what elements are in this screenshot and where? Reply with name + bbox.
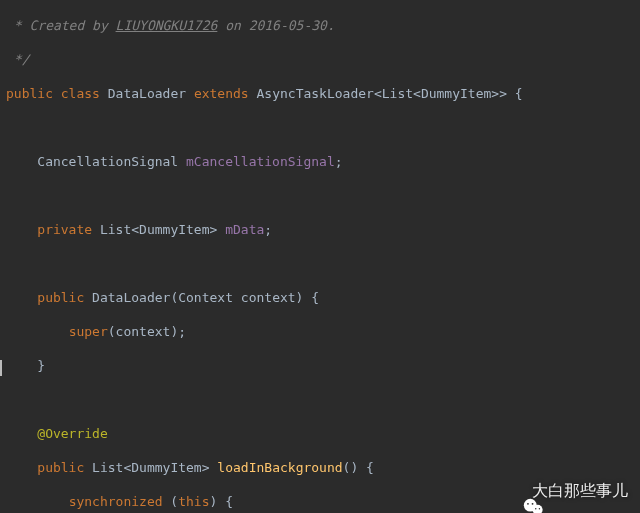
code-line: * Created by LIUYONGKU1726 on 2016-05-30… bbox=[4, 17, 640, 34]
code-line bbox=[4, 391, 640, 408]
code-editor[interactable]: * Created by LIUYONGKU1726 on 2016-05-30… bbox=[0, 0, 640, 513]
code-line bbox=[4, 119, 640, 136]
code-line: public DataLoader(Context context) { bbox=[4, 289, 640, 306]
comment-author: LIUYONGKU1726 bbox=[116, 18, 218, 33]
comment-close: */ bbox=[6, 52, 29, 67]
code-line: private List<DummyItem> mData; bbox=[4, 221, 640, 238]
code-line: super(context); bbox=[4, 323, 640, 340]
comment-text: * Created by bbox=[6, 18, 116, 33]
code-line: } bbox=[4, 357, 640, 374]
code-line bbox=[4, 255, 640, 272]
comment-date: on 2016-05-30. bbox=[217, 18, 334, 33]
code-line: synchronized (this) { bbox=[4, 493, 640, 510]
code-line bbox=[4, 187, 640, 204]
code-line: @Override bbox=[4, 425, 640, 442]
code-line: public List<DummyItem> loadInBackground(… bbox=[4, 459, 640, 476]
text-cursor bbox=[0, 360, 2, 376]
code-line: */ bbox=[4, 51, 640, 68]
code-line: CancellationSignal mCancellationSignal; bbox=[4, 153, 640, 170]
code-line: public class DataLoader extends AsyncTas… bbox=[4, 85, 640, 102]
